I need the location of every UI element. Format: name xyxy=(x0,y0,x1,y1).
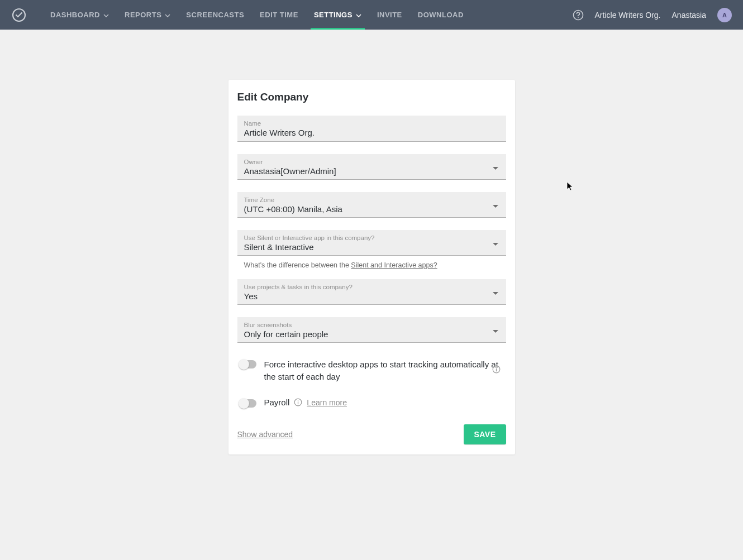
edit-company-card: Edit Company Name Owner Anastasia[Owner/… xyxy=(228,80,515,454)
timezone-select-value: (UTC +08:00) Manila, Asia xyxy=(244,204,499,214)
card-title: Edit Company xyxy=(237,91,506,103)
help-icon[interactable] xyxy=(573,9,584,21)
avatar[interactable]: A xyxy=(717,8,732,22)
chevron-down-icon xyxy=(165,11,170,19)
owner-field[interactable]: Owner Anastasia[Owner/Admin] xyxy=(237,154,506,180)
save-button[interactable]: SAVE xyxy=(464,424,506,444)
top-nav: DASHBOARD REPORTS SCREENCASTS EDIT TIME … xyxy=(0,0,743,30)
field-label: Blur screenshots xyxy=(244,322,499,328)
name-field[interactable]: Name xyxy=(237,116,506,142)
name-input[interactable] xyxy=(244,128,499,137)
nav-label: DOWNLOAD xyxy=(418,11,464,19)
nav-invite[interactable]: INVITE xyxy=(369,0,410,30)
toggle-label: Force interactive desktop apps to start … xyxy=(264,358,504,383)
projects-field[interactable]: Use projects & tasks in this company? Ye… xyxy=(237,279,506,305)
apptype-field[interactable]: Use Silent or Interactive app in this co… xyxy=(237,230,506,256)
payroll-toggle[interactable] xyxy=(240,399,256,408)
field-label: Time Zone xyxy=(244,197,499,203)
info-icon[interactable] xyxy=(492,365,501,374)
org-name[interactable]: Article Writers Org. xyxy=(595,11,661,20)
nav-label: SETTINGS xyxy=(314,11,353,19)
nav-label: INVITE xyxy=(377,11,402,19)
nav-settings[interactable]: SETTINGS xyxy=(306,0,369,30)
svg-point-4 xyxy=(496,367,496,368)
nav-screencasts[interactable]: SCREENCASTS xyxy=(178,0,252,30)
apptype-select-value: Silent & Interactive xyxy=(244,242,499,252)
user-name[interactable]: Anastasia xyxy=(672,11,706,20)
payroll-row: Payroll Learn more xyxy=(237,396,506,409)
svg-point-6 xyxy=(298,400,298,401)
chevron-down-icon xyxy=(356,11,361,19)
nav-edit-time[interactable]: EDIT TIME xyxy=(252,0,306,30)
nav-dashboard[interactable]: DASHBOARD xyxy=(42,0,117,30)
info-icon[interactable] xyxy=(294,398,302,406)
payroll-label: Payroll xyxy=(264,398,290,407)
field-label: Use Silent or Interactive app in this co… xyxy=(244,234,499,241)
nav-label: DASHBOARD xyxy=(50,11,100,19)
helper-text: What's the difference between the Silent… xyxy=(237,261,506,269)
owner-select-value: Anastasia[Owner/Admin] xyxy=(244,166,499,176)
nav-reports[interactable]: REPORTS xyxy=(117,0,178,30)
force-tracking-toggle[interactable] xyxy=(240,360,256,368)
nav-download[interactable]: DOWNLOAD xyxy=(410,0,471,30)
chevron-down-icon xyxy=(103,11,109,19)
blur-select-value: Only for certain people xyxy=(244,329,499,339)
force-tracking-row: Force interactive desktop apps to start … xyxy=(237,355,506,386)
projects-select-value: Yes xyxy=(244,291,499,301)
learn-more-link[interactable]: Learn more xyxy=(307,398,347,407)
app-logo-icon[interactable] xyxy=(11,7,27,23)
nav-label: SCREENCASTS xyxy=(186,11,244,19)
nav-label: REPORTS xyxy=(125,11,161,19)
blur-field[interactable]: Blur screenshots Only for certain people xyxy=(237,317,506,343)
show-advanced-link[interactable]: Show advanced xyxy=(237,430,293,439)
helper-link[interactable]: Silent and Interactive apps? xyxy=(351,261,437,269)
field-label: Name xyxy=(244,120,499,127)
field-label: Owner xyxy=(244,159,499,165)
field-label: Use projects & tasks in this company? xyxy=(244,284,499,290)
svg-point-2 xyxy=(578,17,579,18)
nav-label: EDIT TIME xyxy=(260,11,298,19)
timezone-field[interactable]: Time Zone (UTC +08:00) Manila, Asia xyxy=(237,192,506,218)
